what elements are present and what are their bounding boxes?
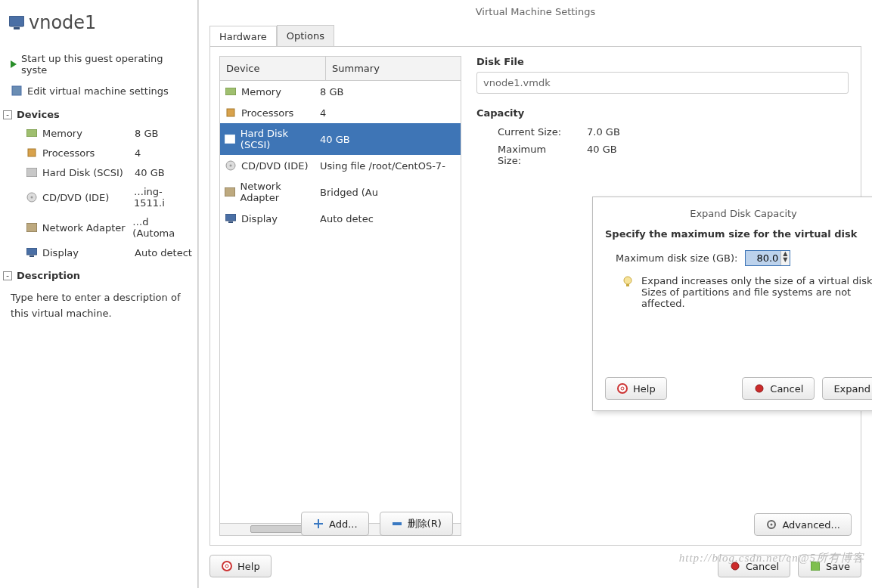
- disk-file-input[interactable]: vnode1.vmdk: [476, 72, 849, 94]
- svg-rect-16: [225, 187, 235, 197]
- hardware-list: Device Summary Memory 8 GB Processors 4 …: [219, 56, 461, 536]
- hdd-icon: [225, 133, 236, 145]
- start-vm-action[interactable]: Start up this guest operating syste: [0, 48, 197, 80]
- vm-sidebar: vnode1 Start up this guest operating sys…: [0, 0, 198, 588]
- start-vm-label: Start up this guest operating syste: [21, 53, 187, 76]
- svg-point-29: [621, 387, 624, 390]
- svg-rect-8: [26, 223, 37, 232]
- max-disk-size-spinbox[interactable]: ▲ ▼: [745, 250, 790, 266]
- svg-rect-2: [12, 86, 21, 95]
- device-row-hdd[interactable]: Hard Disk (SCSI) 40 GB: [0, 162, 197, 182]
- edit-settings-label: Edit virtual machine settings: [27, 85, 169, 97]
- hw-row-network[interactable]: Network Adapter Bridged (Au: [220, 176, 461, 208]
- disk-file-label: Disk File: [476, 56, 849, 72]
- max-size-value: 40 GB: [587, 144, 617, 166]
- monitor-icon: [11, 17, 23, 29]
- wrench-icon: [11, 85, 23, 97]
- svg-rect-17: [225, 214, 236, 221]
- device-row-network[interactable]: Network Adapter …d (Automa: [0, 212, 197, 243]
- svg-rect-0: [9, 16, 24, 26]
- lifebuoy-icon: [616, 382, 628, 395]
- collapse-icon[interactable]: -: [3, 271, 12, 280]
- plus-icon: [312, 518, 324, 530]
- svg-point-15: [230, 165, 232, 167]
- svg-rect-27: [626, 284, 629, 286]
- device-row-memory[interactable]: Memory 8 GB: [0, 123, 197, 143]
- gear-icon: [765, 518, 777, 531]
- settings-dialog: Virtual Machine Settings Hardware Option…: [198, 0, 872, 588]
- max-disk-size-label: Maximum disk size (GB):: [616, 252, 737, 264]
- expand-dialog-subtitle: Specify the maximum size for the virtual…: [605, 228, 872, 250]
- lifebuoy-icon: [221, 560, 233, 572]
- expand-hint-text: Expand increases only the size of a virt…: [641, 275, 872, 309]
- disc-icon: [225, 159, 237, 172]
- svg-point-26: [624, 277, 632, 284]
- hw-row-hdd[interactable]: Hard Disk (SCSI) 40 GB: [220, 123, 461, 155]
- svg-rect-13: [225, 135, 235, 144]
- dialog-cancel-button[interactable]: Cancel: [718, 555, 790, 577]
- spin-down-button[interactable]: ▼: [781, 257, 789, 263]
- hw-row-memory[interactable]: Memory 8 GB: [220, 81, 461, 102]
- hw-row-display[interactable]: Display Auto detec: [220, 208, 461, 229]
- display-icon: [225, 212, 237, 224]
- edit-settings-action[interactable]: Edit virtual machine settings: [0, 80, 197, 101]
- hw-row-processors[interactable]: Processors 4: [220, 102, 461, 123]
- cpu-icon: [26, 147, 38, 159]
- max-disk-size-input[interactable]: [746, 251, 780, 265]
- cpu-icon: [225, 107, 237, 119]
- disc-icon: [26, 191, 38, 203]
- expand-cancel-button[interactable]: Cancel: [742, 377, 815, 400]
- tab-hardware[interactable]: Hardware: [209, 26, 277, 47]
- capacity-label: Capacity: [476, 107, 849, 123]
- vm-name: vnode1: [29, 12, 96, 33]
- current-size-value: 7.0 GB: [587, 126, 620, 138]
- description-label: Description: [17, 270, 80, 281]
- svg-rect-25: [811, 562, 820, 571]
- dialog-title: Virtual Machine Settings: [199, 0, 872, 25]
- display-icon: [26, 246, 38, 258]
- tabs: Hardware Options: [199, 25, 872, 46]
- collapse-icon[interactable]: -: [3, 110, 12, 119]
- svg-rect-18: [228, 221, 233, 223]
- devices-label: Devices: [17, 109, 60, 120]
- svg-point-30: [756, 385, 763, 392]
- svg-rect-19: [393, 522, 402, 525]
- devices-section-header[interactable]: - Devices: [0, 101, 197, 123]
- save-icon: [809, 560, 821, 572]
- advanced-button[interactable]: Advanced...: [754, 513, 852, 536]
- lightbulb-icon: [622, 275, 634, 287]
- dialog-help-button[interactable]: Help: [209, 555, 272, 577]
- device-row-display[interactable]: Display Auto detect: [0, 243, 197, 262]
- expand-confirm-button[interactable]: Expand: [822, 377, 872, 400]
- remove-hardware-button[interactable]: 删除(R): [380, 512, 453, 536]
- hdd-icon: [26, 166, 38, 178]
- stop-icon: [753, 382, 765, 395]
- dialog-save-button[interactable]: Save: [798, 555, 861, 577]
- device-row-processors[interactable]: Processors 4: [0, 143, 197, 162]
- tab-options[interactable]: Options: [277, 25, 334, 46]
- svg-point-7: [30, 197, 33, 199]
- current-size-label: Current Size:: [476, 126, 567, 138]
- add-hardware-button[interactable]: Add...: [301, 512, 369, 536]
- memory-icon: [26, 127, 38, 139]
- device-row-cddvd[interactable]: CD/DVD (IDE) …ing-1511.i: [0, 182, 197, 212]
- hw-row-cddvd[interactable]: CD/DVD (IDE) Using file /root/CentOS-7-: [220, 155, 461, 176]
- column-summary[interactable]: Summary: [326, 57, 461, 80]
- stop-icon: [729, 560, 741, 572]
- description-section-header[interactable]: - Description: [0, 262, 197, 284]
- column-device[interactable]: Device: [220, 57, 326, 80]
- expand-help-button[interactable]: Help: [605, 377, 667, 400]
- svg-rect-5: [26, 168, 37, 177]
- expand-disk-dialog: Expand Disk Capacity Specify the maximum…: [592, 197, 872, 411]
- max-size-label: Maximum Size:: [476, 144, 567, 166]
- svg-rect-12: [227, 109, 234, 116]
- expand-dialog-title: Expand Disk Capacity: [605, 208, 872, 228]
- svg-rect-11: [225, 88, 236, 95]
- hardware-footer-buttons: Add... 删除(R): [301, 512, 453, 536]
- description-text[interactable]: Type here to enter a description of this…: [0, 284, 197, 328]
- dialog-footer: Help Cancel Save: [199, 546, 872, 588]
- network-icon: [26, 221, 38, 234]
- memory-icon: [225, 85, 237, 97]
- minus-icon: [391, 518, 403, 530]
- svg-rect-4: [28, 149, 36, 156]
